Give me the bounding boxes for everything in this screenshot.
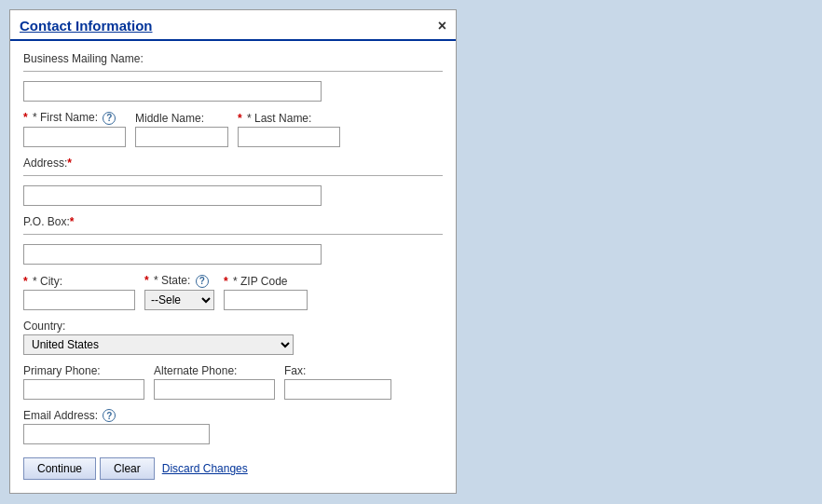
name-row: * * First Name: ? Middle Name: * * Last … (23, 111, 443, 147)
state-label: * * State: ? (144, 274, 214, 288)
phone-row: Primary Phone: Alternate Phone: Fax: (23, 364, 443, 400)
country-row: Country: United States Canada Mexico Uni… (23, 320, 443, 355)
zip-required-star: * (224, 275, 228, 288)
last-name-required-star: * (238, 112, 242, 125)
discard-changes-button[interactable]: Discard Changes (162, 462, 248, 475)
email-input[interactable] (23, 424, 210, 444)
state-select[interactable]: --Sele AL AK AZ CA CO FL GA NY TX (144, 290, 214, 310)
state-group: * * State: ? --Sele AL AK AZ CA CO FL GA… (144, 274, 214, 310)
country-label: Country: (23, 320, 443, 333)
pobox-label: P.O. Box:* (23, 215, 443, 228)
last-name-group: * * Last Name: (238, 112, 340, 147)
first-name-help-icon[interactable]: ? (103, 112, 116, 125)
middle-name-group: Middle Name: (135, 112, 228, 147)
city-required-star: * (23, 275, 28, 288)
close-button[interactable]: × (438, 19, 446, 34)
last-name-label: * * Last Name: (238, 112, 340, 125)
pobox-required-star: * (70, 215, 75, 228)
first-name-required-star: * (23, 111, 28, 124)
business-mailing-name-label: Business Mailing Name: (23, 52, 443, 65)
contact-information-dialog: Contact Information × Business Mailing N… (9, 9, 457, 494)
pobox-input[interactable] (23, 244, 322, 265)
business-mailing-name-input[interactable] (23, 81, 322, 102)
last-name-input[interactable] (238, 127, 340, 147)
address-label: Address:* (23, 157, 443, 170)
pobox-row: P.O. Box:* (23, 215, 443, 265)
first-name-label: * * First Name: ? (23, 111, 126, 125)
actions-row: Continue Clear Discard Changes (23, 457, 443, 480)
fax-input[interactable] (284, 379, 391, 400)
alternate-phone-group: Alternate Phone: (154, 364, 275, 400)
state-required-star: * (144, 274, 149, 287)
business-mailing-name-row: Business Mailing Name: (23, 52, 443, 102)
first-name-input[interactable] (23, 127, 126, 147)
city-label: * * City: (23, 275, 135, 288)
primary-phone-group: Primary Phone: (23, 364, 144, 400)
country-select[interactable]: United States Canada Mexico United Kingd… (23, 334, 294, 355)
city-input[interactable] (23, 290, 135, 310)
alternate-phone-label: Alternate Phone: (154, 364, 275, 377)
address-input[interactable] (23, 185, 322, 206)
state-select-wrap: --Sele AL AK AZ CA CO FL GA NY TX (144, 290, 214, 310)
email-row: Email Address: ? (23, 409, 443, 445)
zip-label: * * ZIP Code (224, 275, 308, 288)
address-required-star: * (67, 157, 72, 170)
alternate-phone-input[interactable] (154, 379, 275, 400)
zip-input[interactable] (224, 290, 308, 310)
middle-name-input[interactable] (135, 127, 228, 147)
fax-label: Fax: (284, 364, 391, 377)
middle-name-label: Middle Name: (135, 112, 228, 125)
primary-phone-input[interactable] (23, 379, 144, 400)
dialog-title-bar: Contact Information × (10, 10, 456, 41)
primary-phone-label: Primary Phone: (23, 364, 144, 377)
fax-group: Fax: (284, 364, 391, 400)
email-help-icon[interactable]: ? (103, 409, 116, 422)
country-select-wrap: United States Canada Mexico United Kingd… (23, 334, 443, 355)
email-label: Email Address: ? (23, 409, 443, 423)
clear-button[interactable]: Clear (100, 457, 155, 480)
dialog-body: Business Mailing Name: * * First Name: ?… (10, 41, 456, 493)
city-state-zip-row: * * City: * * State: ? --Sele AL AK AZ (23, 274, 443, 310)
zip-group: * * ZIP Code (224, 275, 308, 310)
city-group: * * City: (23, 275, 135, 310)
first-name-group: * * First Name: ? (23, 111, 126, 147)
continue-button[interactable]: Continue (23, 457, 96, 480)
dialog-title: Contact Information (20, 18, 153, 34)
address-row: Address:* (23, 157, 443, 206)
state-help-icon[interactable]: ? (196, 275, 209, 288)
